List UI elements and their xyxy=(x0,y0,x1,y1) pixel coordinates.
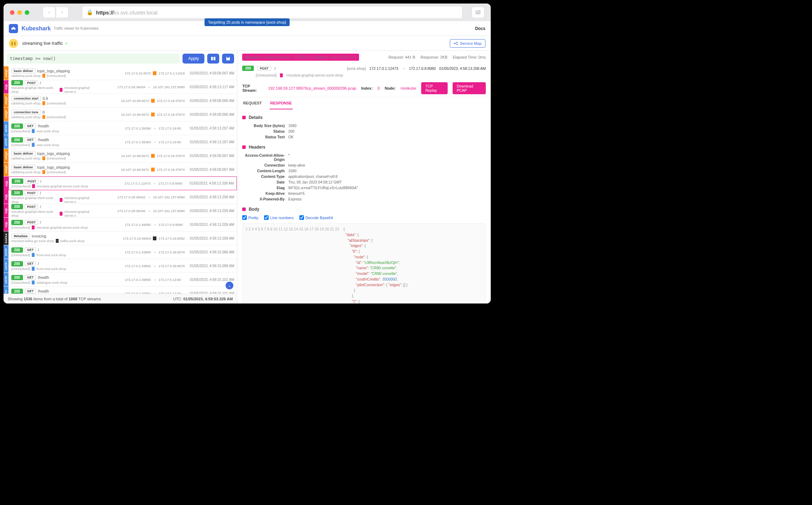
tab-request[interactable]: REQUEST xyxy=(242,97,262,109)
streaming-status: streaming live traffic xyxy=(22,41,68,46)
minimize-icon[interactable] xyxy=(17,10,22,15)
protocol-tab: AMQP xyxy=(4,108,8,121)
traffic-row[interactable]: GQL 200POST/ mizutest-graphql-client.soc… xyxy=(4,80,237,94)
protocol-tab: GQL xyxy=(4,80,8,94)
traffic-list: AMQP basic delivertopic_logs_shipping ra… xyxy=(4,66,237,294)
protocol-tab: HTTP xyxy=(4,273,8,286)
tab-response[interactable]: RESPONSE xyxy=(270,97,293,109)
download-pcap-button[interactable]: Download PCAP xyxy=(453,82,486,94)
protocol-tab: AMQP xyxy=(4,149,8,162)
protocol-tab: AMQP xyxy=(4,94,8,107)
forward-button[interactable]: › xyxy=(56,7,68,18)
footer-count: Showing 1536 items from a total of 1068 … xyxy=(8,297,101,301)
traffic-row[interactable]: AMQP connection tune0 rabbitmq.sock-shop… xyxy=(4,108,237,121)
protocol-tab: HTTP xyxy=(4,259,8,272)
traffic-row[interactable]: HTTP 200GET/health [Unresolved]⇄user.soc… xyxy=(4,135,237,149)
svg-point-2 xyxy=(478,13,479,14)
traffic-row[interactable]: AMQP connection start0.9 rabbitmq.sock-s… xyxy=(4,94,237,108)
tagline: Traffic viewer for Kubernetes xyxy=(54,26,98,30)
protocol-tab: HTTP xyxy=(4,287,8,294)
back-button[interactable]: ‹ xyxy=(43,7,55,18)
traffic-row[interactable]: GQL 200POST/ mizutest-graphql-client.soc… xyxy=(4,204,237,218)
svg-rect-6 xyxy=(211,57,213,60)
apply-button[interactable]: Apply xyxy=(183,54,204,64)
svg-point-0 xyxy=(479,11,480,12)
maximize-icon[interactable] xyxy=(25,10,29,15)
service-name: mizutest-graphql-server.sock-shop xyxy=(286,73,343,77)
traffic-row[interactable]: GQL 200POST/ mizutest-graphql-client.soc… xyxy=(4,190,237,204)
brand-name: Kubeshark xyxy=(22,25,51,32)
protocol-tab: GQL xyxy=(4,190,8,204)
traffic-row[interactable]: HTTP 200GET/ [Unresolved]⇄front-end.sock… xyxy=(4,245,237,259)
protocol-tab: GQL xyxy=(4,177,9,190)
save-button[interactable] xyxy=(222,54,234,64)
request-size: Request: 441 B xyxy=(388,55,415,59)
tcp-stream-label: TCP Stream: xyxy=(242,84,263,92)
protocol-tab: GQL xyxy=(4,218,8,231)
traffic-row[interactable]: KAFKA Metadatainvoicing mizutest-kafka-g… xyxy=(4,232,237,245)
protocol-tab: HTTP xyxy=(4,135,8,149)
traffic-row[interactable]: HTTP 200GET/health [Unresolved]⇄user.soc… xyxy=(4,121,237,135)
svg-rect-7 xyxy=(214,57,215,60)
protocol-tab: GQL xyxy=(4,204,8,217)
traffic-row[interactable]: GQL 200POST/ [Unresolved]⇄mizutest-graph… xyxy=(4,176,237,190)
snippets-button[interactable] xyxy=(207,54,219,64)
pcap-link[interactable]: 192.168.59.127:8897/tcp_stream_000000296… xyxy=(268,86,357,90)
footer-utc: UTC: 01/05/2023, 4:59:53.326 AM xyxy=(173,297,233,301)
docs-link[interactable]: Docs xyxy=(475,26,485,31)
settings-icon[interactable] xyxy=(472,7,484,18)
response-size: Response: 2KB xyxy=(420,55,447,59)
traffic-row[interactable]: HTTP 200GET/health [Unresolved]⇄catalogu… xyxy=(4,273,237,287)
service-map-button[interactable]: Service Map xyxy=(450,39,485,48)
response-body: 1 2 3 4 5 6 7 8 9 10 11 12 13 14 15 16 1… xyxy=(242,223,486,303)
protocol-tab: AMQP xyxy=(4,66,8,80)
tcp-replay-button[interactable]: TCP Replay xyxy=(421,82,448,94)
traffic-row[interactable]: AMQP basic delivertopic_logs_shipping ra… xyxy=(4,66,237,80)
arrow-icon: → xyxy=(402,66,405,70)
method-badge: POST xyxy=(257,66,271,71)
protocol-tab: AMQP xyxy=(4,163,8,176)
traffic-row[interactable]: AMQP basic delivertopic_logs_shipping ra… xyxy=(4,149,237,163)
toolbar: ❚❚ streaming live traffic Service Map xyxy=(4,36,491,51)
close-icon[interactable] xyxy=(10,10,14,15)
protocol-badge: Hypertext Transfer Protocol -- HTTP/1.1 … xyxy=(242,54,359,61)
query-input[interactable] xyxy=(6,54,180,64)
traffic-row[interactable]: AMQP basic delivertopic_logs_shipping ra… xyxy=(4,163,237,176)
logo-icon xyxy=(9,24,18,33)
namespace: [sock-shop] xyxy=(347,66,366,71)
traffic-row[interactable]: GQL 200POST/ [Unresolved]⇄mizutest-graph… xyxy=(4,218,237,232)
dst-ip: 172.17.0.8:8080 xyxy=(409,66,436,71)
pause-button[interactable]: ❚❚ xyxy=(9,39,18,48)
traffic-row[interactable]: HTTP 200GET/ [Unresolved]⇄front-end.sock… xyxy=(4,259,237,273)
app-header: Kubeshark Traffic viewer for Kubernetes … xyxy=(4,21,491,36)
target-banner: Targetting 25 pods in namespace [sock-sh… xyxy=(204,18,289,26)
live-indicator-icon xyxy=(65,42,68,45)
detail-timestamp: 01/05/2023, 4:58:13.208 AM xyxy=(439,66,486,71)
path: / xyxy=(275,66,276,71)
protocol-tab: HTTP xyxy=(4,245,8,259)
url-bar[interactable]: 🔒 https://ks.svc.cluster.local xyxy=(82,6,462,19)
protocol-tab: KAFKA xyxy=(4,232,8,245)
src-ip: 172.17.0.1:12473 xyxy=(369,66,398,71)
status-badge: 200 xyxy=(242,66,254,71)
traffic-row[interactable]: HTTP 200GET/health [Unresolved]⇄ 172.17.… xyxy=(4,287,237,294)
swap-icon: ⇄ xyxy=(280,73,283,77)
svg-point-1 xyxy=(477,12,478,13)
protocol-tab: HTTP xyxy=(4,121,8,135)
elapsed-time: Elapsed Time: 0ms xyxy=(453,55,486,59)
lock-icon: 🔒 xyxy=(86,9,93,16)
detail-panel: DetailsBody Size (bytes)1580Status200Sta… xyxy=(237,109,491,303)
